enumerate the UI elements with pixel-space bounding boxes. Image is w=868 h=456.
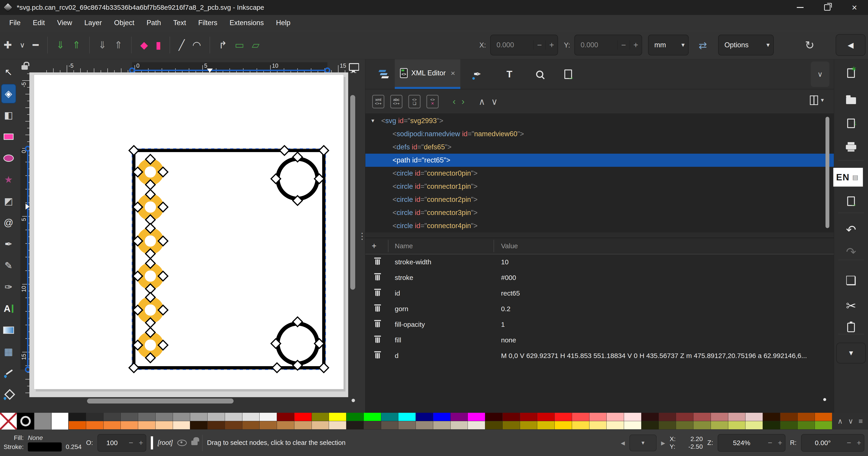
palette-swatch[interactable] <box>208 413 225 421</box>
text-font-dialog-tab[interactable]: T <box>499 59 520 89</box>
insert-node-icon[interactable]: ✚ <box>4 40 12 50</box>
rotation-input[interactable]: 0.00° − + <box>801 434 864 452</box>
palette-swatch[interactable] <box>416 413 433 421</box>
pencil-tool[interactable]: ✎ <box>1 256 16 276</box>
palette-scroll-up-icon[interactable]: ∧ <box>837 417 843 425</box>
status-next-icon[interactable]: ▸ <box>661 438 665 448</box>
status-prev-icon[interactable]: ◂ <box>621 438 625 448</box>
attribute-value[interactable]: M 0,0 V 629.92371 H 415.853 551.18834 V … <box>501 352 827 360</box>
delete-attribute-button[interactable] <box>375 306 380 312</box>
palette-swatch[interactable] <box>607 413 624 421</box>
attribute-name[interactable]: d <box>395 352 399 360</box>
move-node-up-button[interactable]: ∧ <box>479 96 485 107</box>
palette-swatch[interactable] <box>381 421 399 429</box>
xml-node-defs65[interactable]: <defs id="defs65"> <box>365 141 834 154</box>
attribute-value[interactable]: 0.2 <box>501 305 827 313</box>
palette-swatch[interactable] <box>294 421 312 429</box>
palette-swatch[interactable] <box>381 413 399 421</box>
palette-none-swatch[interactable] <box>0 413 17 429</box>
palette-swatch[interactable] <box>69 421 86 429</box>
menu-file[interactable]: File <box>3 19 27 27</box>
palette-white-swatch[interactable] <box>52 413 69 429</box>
duplicate-node-button[interactable]: <>❏ <box>408 95 421 108</box>
import-document-button[interactable]: → <box>834 196 868 206</box>
palette-swatch[interactable] <box>156 421 173 429</box>
palette-swatch[interactable] <box>69 413 86 421</box>
horizontal-scrollbar-thumb[interactable] <box>87 399 234 403</box>
ellipse-tool[interactable] <box>1 148 16 168</box>
menu-filters[interactable]: Filters <box>192 19 223 27</box>
palette-swatch[interactable] <box>728 421 746 429</box>
dock-tabs-overflow-button[interactable]: ∨ <box>811 62 829 87</box>
vertical-ruler[interactable]: -5051015 <box>20 73 29 397</box>
paint-bucket-tool[interactable] <box>1 385 16 404</box>
palette-swatch[interactable] <box>642 413 659 421</box>
xml-node-connector1pin[interactable]: <circle id="connector1pin"> <box>365 180 834 193</box>
y-decrement-button[interactable]: − <box>617 40 629 50</box>
palette-swatch[interactable] <box>103 421 121 429</box>
palette-swatch[interactable] <box>555 413 572 421</box>
palette-swatch[interactable] <box>555 421 572 429</box>
delete-node-icon[interactable]: ━ <box>33 40 39 50</box>
save-document-button[interactable]: ↓ <box>834 119 868 128</box>
attribute-value[interactable]: none <box>501 336 827 344</box>
palette-swatch[interactable] <box>659 421 676 429</box>
palette-swatch[interactable] <box>693 413 711 421</box>
indent-node-button[interactable]: › <box>462 96 464 107</box>
palette-swatch[interactable] <box>433 413 451 421</box>
restore-button[interactable] <box>814 0 841 15</box>
palette-swatch[interactable] <box>433 421 451 429</box>
palette-swatch[interactable] <box>86 421 103 429</box>
palette-menu-icon[interactable]: ≡ <box>859 417 863 425</box>
palette-swatch[interactable] <box>676 413 693 421</box>
palette-swatch[interactable] <box>138 421 156 429</box>
delete-attribute-button[interactable] <box>375 353 380 359</box>
delete-attribute-button[interactable] <box>375 291 380 296</box>
palette-swatch[interactable] <box>277 413 294 421</box>
paste-button[interactable] <box>834 323 868 332</box>
palette-swatch[interactable] <box>711 413 728 421</box>
break-nodes-icon[interactable]: ⇑ <box>72 40 81 50</box>
palette-swatch[interactable] <box>780 421 798 429</box>
palette-swatch[interactable] <box>676 421 693 429</box>
attribute-value[interactable]: rect65 <box>501 289 827 297</box>
palette-swatch[interactable] <box>589 421 607 429</box>
join-with-segment-icon[interactable]: ⇓ <box>98 40 107 50</box>
palette-swatch[interactable] <box>398 413 416 421</box>
palette-swatch[interactable] <box>398 421 416 429</box>
node-tool[interactable]: ◈ <box>1 84 16 104</box>
opacity-increment-button[interactable]: + <box>136 438 146 447</box>
rectangle-tool[interactable] <box>1 127 16 146</box>
palette-swatch[interactable] <box>294 413 312 421</box>
palette-swatch[interactable] <box>572 421 589 429</box>
delete-attribute-button[interactable] <box>375 322 380 327</box>
xml-layout-toggle-button[interactable]: ▼ <box>810 95 825 105</box>
palette-swatch[interactable] <box>468 421 485 429</box>
palette-swatch[interactable] <box>451 421 468 429</box>
stroke-to-path-icon[interactable]: ▱ <box>252 40 259 50</box>
palette-swatch[interactable] <box>329 413 346 421</box>
palette-swatch[interactable] <box>121 421 138 429</box>
palette-swatch[interactable] <box>763 421 780 429</box>
palette-swatch[interactable] <box>485 413 503 421</box>
corner-node-icon[interactable]: ◆ <box>140 40 148 50</box>
palette-swatch[interactable] <box>798 413 815 421</box>
palette-swatch[interactable] <box>259 413 277 421</box>
delete-attribute-button[interactable] <box>375 259 380 265</box>
palette-swatch[interactable] <box>763 413 780 421</box>
add-attribute-button[interactable]: + <box>372 241 376 251</box>
attribute-name[interactable]: gorn <box>395 305 408 313</box>
object-to-path-icon[interactable]: ▭ <box>235 40 244 50</box>
palette-swatch[interactable] <box>138 413 156 421</box>
palette-swatch[interactable] <box>624 421 642 429</box>
status-dropdown-button[interactable]: ▾ <box>629 434 657 451</box>
stroke-width-value[interactable]: 0.254 <box>66 443 82 451</box>
box-3d-tool[interactable]: ◩ <box>1 192 16 211</box>
line-segment-icon[interactable]: ╱ <box>179 40 185 50</box>
palette-swatch[interactable] <box>520 421 537 429</box>
palette-swatch[interactable] <box>503 421 520 429</box>
shape-builder-tool[interactable]: ◧ <box>1 106 16 125</box>
rotation-decrement-button[interactable]: − <box>844 438 854 447</box>
palette-swatch[interactable] <box>225 413 242 421</box>
palette-swatch[interactable] <box>537 421 555 429</box>
